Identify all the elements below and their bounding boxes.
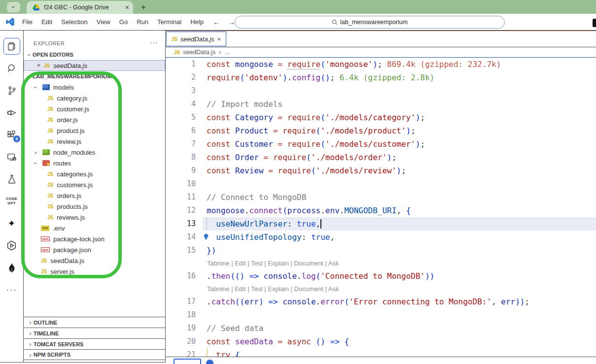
- line-number: 13: [166, 217, 196, 231]
- section-outline[interactable]: ›OUTLINE: [24, 317, 165, 328]
- browser-tab[interactable]: f24 GBC - Google Drive ×: [27, 1, 133, 14]
- open-editors-header[interactable]: › OPEN EDITORS: [24, 49, 165, 60]
- tab-close-icon[interactable]: ×: [217, 35, 221, 43]
- activity-explorer-icon[interactable]: [2, 35, 22, 57]
- workspace-root-folder[interactable]: › LAB_MENSWAREEMPORIUM: [24, 71, 165, 82]
- cut-off-widget-button[interactable]: [174, 359, 201, 364]
- js-icon: JS: [47, 204, 53, 209]
- code-line-7: 7const Customer = require('./models/cust…: [166, 137, 596, 151]
- nav-forward-icon[interactable]: →: [228, 18, 235, 26]
- menu-run[interactable]: Run: [132, 14, 153, 30]
- code-content: [203, 84, 596, 98]
- code-content: // Seed data: [203, 322, 596, 335]
- tabnine-codelens[interactable]: Tabnine | Edit | Test | Explain | Docume…: [166, 257, 596, 269]
- line-number: 11: [166, 191, 196, 204]
- import-cost-hint: 869.4k (gzipped: 232.7k): [382, 60, 501, 69]
- editor-group: JS seedData.js × JS seedData.js > ... 1c…: [166, 31, 596, 364]
- tree-item-products-js[interactable]: JSproducts.js: [24, 201, 165, 212]
- menu-go[interactable]: Go: [115, 14, 132, 30]
- editor-tab-bar: JS seedData.js ×: [166, 31, 596, 47]
- js-icon: JS: [47, 182, 53, 188]
- code-editor[interactable]: 1const mongoose = require('mongoose'); 8…: [166, 58, 596, 357]
- tree-item-customers-js[interactable]: JScustomers.js: [24, 179, 165, 190]
- section-timeline[interactable]: ›TIMELINE: [24, 328, 165, 338]
- activity-more-icon[interactable]: ···: [2, 279, 22, 301]
- activity-extensions-icon[interactable]: 3: [2, 124, 22, 146]
- tree-item-server-js[interactable]: JSserver.js: [24, 266, 165, 277]
- tree-item-order-js[interactable]: JSorder.js: [24, 114, 165, 125]
- tree-item-models[interactable]: ›models: [24, 82, 165, 93]
- code-content: .catch((err) => console.error('Error con…: [203, 295, 596, 308]
- command-center-search[interactable]: lab_menswareemporium: [235, 16, 505, 29]
- menu-terminal[interactable]: Terminal: [153, 14, 186, 30]
- browser-tab-search-button[interactable]: ›: [7, 2, 20, 12]
- tree-item-node-modules[interactable]: ›node_modules: [24, 147, 165, 158]
- tree-item-reviews-js[interactable]: JSreviews.js: [24, 212, 165, 223]
- folder-routes-icon: [42, 160, 50, 166]
- menu-view[interactable]: View: [92, 14, 115, 30]
- line-number: 14: [166, 231, 196, 244]
- code-line-19: 19// Seed data: [166, 322, 596, 335]
- activity-codegpt-icon[interactable]: CODE GPT: [2, 190, 22, 212]
- lightbulb-icon[interactable]: [203, 233, 209, 240]
- layout-toggle-icon[interactable]: [593, 19, 596, 27]
- text-cursor: [320, 219, 321, 229]
- menu-selection[interactable]: Selection: [57, 14, 92, 30]
- menu-file[interactable]: File: [18, 14, 37, 30]
- activity-source-control-icon[interactable]: [2, 79, 22, 101]
- code-content: require('dotenv').config(); 6.4k (gzippe…: [203, 71, 596, 84]
- tree-item-review-js[interactable]: JSreview.js: [24, 136, 165, 147]
- tree-item-package-lock-json[interactable]: npmpackage-lock.json: [24, 233, 165, 244]
- open-editor-item-seeddata[interactable]: × JS seedData.js: [24, 60, 165, 71]
- activity-remote-explorer-icon[interactable]: [2, 146, 22, 168]
- activity-run-debug-icon[interactable]: [2, 101, 22, 124]
- tree-item--env[interactable]: .ENV.env: [24, 223, 165, 233]
- js-icon: JS: [47, 171, 53, 177]
- tree-item-category-js[interactable]: JScategory.js: [24, 93, 165, 103]
- explorer-more-actions-icon[interactable]: ···: [150, 38, 158, 46]
- activity-sparkle-icon[interactable]: ✦: [2, 212, 22, 234]
- menubar: FileEditSelectionViewGoRunTerminalHelp: [18, 14, 208, 30]
- menu-edit[interactable]: Edit: [37, 14, 57, 30]
- section-npm-scripts[interactable]: ›NPM SCRIPTS: [24, 349, 165, 360]
- code-content: const Category = require('./models/categ…: [203, 111, 596, 124]
- breadcrumb[interactable]: JS seedData.js > ...: [166, 47, 596, 58]
- browser-new-tab-button[interactable]: +: [141, 3, 146, 11]
- browser-tab-close-icon[interactable]: ×: [125, 3, 129, 11]
- activity-search-icon[interactable]: [2, 57, 22, 79]
- section-label: OUTLINE: [34, 320, 57, 326]
- tree-item-orders-js[interactable]: JSorders.js: [24, 190, 165, 201]
- file-tree: ›modelsJScategory.jsJScustomer.jsJSorder…: [24, 82, 165, 277]
- tree-item-label: models: [53, 84, 74, 91]
- tabnine-codelens[interactable]: Tabnine | Edit | Test | Explain | Docume…: [166, 283, 596, 295]
- tree-item-product-js[interactable]: JSproduct.js: [24, 125, 165, 136]
- tree-item-label: customers.js: [57, 181, 93, 189]
- activity-container-tools-icon[interactable]: [2, 234, 22, 257]
- activity-mongodb-icon[interactable]: [2, 257, 22, 279]
- line-number: 5: [166, 111, 196, 124]
- env-icon: .ENV: [41, 226, 49, 231]
- tree-item-package-json[interactable]: npmpackage.json: [24, 244, 165, 255]
- tree-item-categories-js[interactable]: JScategories.js: [24, 168, 165, 179]
- tree-item-customer-js[interactable]: JScustomer.js: [24, 103, 165, 114]
- js-icon: JS: [47, 96, 53, 101]
- tree-item-label: routes: [53, 160, 71, 167]
- line-number: 17: [166, 295, 196, 308]
- activity-testing-icon[interactable]: [2, 168, 22, 190]
- section-tomcat-servers[interactable]: ›TOMCAT SERVERS: [24, 338, 165, 349]
- code-line-12: 12mongoose.connect(process.env.MONGODB_U…: [166, 204, 596, 217]
- editor-tab-seeddata[interactable]: JS seedData.js ×: [166, 32, 226, 46]
- folder-node-icon: [42, 149, 50, 155]
- close-icon[interactable]: ×: [37, 62, 40, 69]
- tree-item-label: products.js: [57, 203, 88, 210]
- tree-item-routes[interactable]: ›routes: [24, 158, 165, 168]
- command-center-text: lab_menswareemporium: [340, 19, 408, 26]
- code-line-10: 10: [166, 177, 596, 191]
- js-icon: JS: [47, 139, 53, 144]
- menu-help[interactable]: Help: [186, 14, 208, 30]
- section-label: NPM SCRIPTS: [34, 352, 70, 358]
- cut-off-widget-icon[interactable]: [206, 360, 213, 364]
- tree-item-seeddata-js[interactable]: JSseedData.js: [24, 255, 165, 266]
- google-drive-icon: [33, 4, 40, 11]
- nav-back-icon[interactable]: ←: [213, 18, 220, 26]
